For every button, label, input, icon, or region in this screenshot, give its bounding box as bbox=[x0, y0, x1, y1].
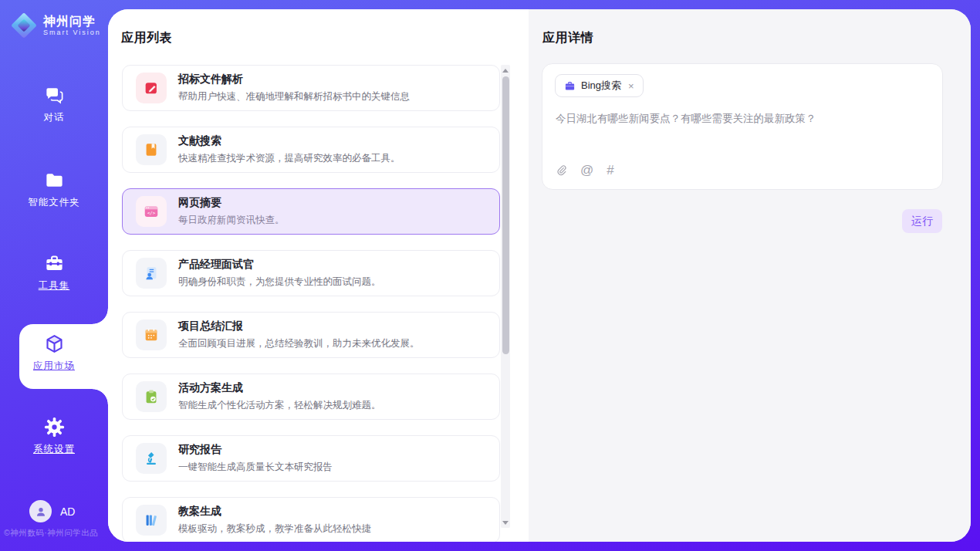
app-card-research-report[interactable]: 研究报告 一键智能生成高质量长文本研究报告 bbox=[122, 435, 500, 482]
books-icon bbox=[143, 512, 160, 529]
sidebar-item-label: 对话 bbox=[44, 111, 65, 124]
avatar[interactable] bbox=[29, 500, 52, 522]
tool-tag-bing-search[interactable]: Bing搜索 × bbox=[555, 74, 644, 97]
app-card-description: 帮助用户快速、准确地理解和解析招标书中的关键信息 bbox=[178, 90, 410, 103]
briefcase-icon bbox=[564, 80, 576, 92]
app-icon: </> bbox=[136, 196, 167, 227]
app-icon bbox=[136, 319, 167, 350]
app-card-description: 模板驱动，教案秒成，教学准备从此轻松快捷 bbox=[178, 522, 371, 536]
user-account[interactable]: AD bbox=[29, 500, 75, 522]
sidebar-item-chat[interactable]: 对话 bbox=[0, 85, 108, 124]
app-card-title: 活动方案生成 bbox=[178, 381, 381, 395]
run-button[interactable]: 运行 bbox=[902, 209, 942, 233]
app-card-project-summary[interactable]: 项目总结汇报 全面回顾项目进展，总结经验教训，助力未来优化发展。 bbox=[122, 312, 500, 358]
paperclip-icon[interactable] bbox=[556, 164, 567, 177]
sidebar-item-label: 智能文件夹 bbox=[28, 196, 80, 209]
app-list-scrollbar[interactable] bbox=[501, 65, 510, 528]
tool-tag-label: Bing搜索 bbox=[581, 79, 621, 93]
microscope-icon bbox=[143, 450, 160, 467]
toolbox-icon bbox=[44, 253, 65, 274]
app-card-description: 一键智能生成高质量长文本研究报告 bbox=[178, 461, 333, 474]
sidebar-item-label: 应用市场 bbox=[33, 360, 75, 373]
brand-name: 神州问学 bbox=[43, 15, 101, 29]
book-icon bbox=[143, 141, 160, 158]
app-card-description: 智能生成个性化活动方案，轻松解决规划难题。 bbox=[178, 399, 381, 412]
app-list: 招标文件解析 帮助用户快速、准确地理解和解析招标书中的关键信息 文献搜索 快速精… bbox=[122, 65, 500, 542]
app-card-title: 招标文件解析 bbox=[178, 73, 410, 86]
app-card-description: 快速精准查找学术资源，提高研究效率的必备工具。 bbox=[178, 152, 400, 165]
app-card-title: 项目总结汇报 bbox=[178, 319, 420, 333]
app-card-title: 网页摘要 bbox=[178, 196, 285, 210]
app-icon bbox=[136, 134, 167, 165]
clipboard-check-icon bbox=[143, 388, 160, 405]
app-icon bbox=[136, 73, 167, 103]
tag-close-icon[interactable]: × bbox=[628, 80, 634, 92]
scroll-down-icon[interactable] bbox=[501, 518, 510, 527]
svg-text:</>: </> bbox=[147, 211, 156, 215]
app-card-title: 教案生成 bbox=[178, 505, 371, 519]
sidebar: 神州问学 Smart Vision 对话 智能文件夹 bbox=[0, 0, 108, 551]
app-icon bbox=[136, 381, 167, 412]
hash-icon[interactable]: # bbox=[607, 163, 613, 178]
app-icon bbox=[136, 505, 167, 536]
app-card-literature-search[interactable]: 文献搜索 快速精准查找学术资源，提高研究效率的必备工具。 bbox=[122, 127, 500, 173]
app-card-description: 明确身份和职责，为您提供专业性的面试问题。 bbox=[178, 276, 381, 289]
app-list-panel: 应用列表 招标文件解析 帮助用户快速、准确地理解和解析招标书中的关键信息 bbox=[108, 9, 529, 542]
app-card-description: 全面回顾项目进展，总结经验教训，助力未来优化发展。 bbox=[178, 337, 420, 350]
interview-person-icon bbox=[143, 265, 160, 282]
gear-icon bbox=[44, 417, 65, 438]
app-card-title: 研究报告 bbox=[178, 443, 333, 457]
person-icon bbox=[35, 505, 47, 518]
user-initials: AD bbox=[60, 505, 75, 518]
app-card-lesson-plan[interactable]: 教案生成 模板驱动，教案秒成，教学准备从此轻松快捷 bbox=[122, 497, 500, 542]
app-icon bbox=[136, 443, 167, 474]
cube-icon bbox=[44, 333, 65, 354]
prompt-card: Bing搜索 × 今日湖北有哪些新闻要点？有哪些需要关注的最新政策？ @ # bbox=[542, 63, 943, 190]
browser-code-icon: </> bbox=[143, 203, 160, 220]
app-root: 神州问学 Smart Vision 对话 智能文件夹 bbox=[0, 0, 980, 551]
app-card-pm-interviewer[interactable]: 产品经理面试官 明确身份和职责，为您提供专业性的面试问题。 bbox=[122, 250, 500, 296]
app-card-event-plan[interactable]: 活动方案生成 智能生成个性化活动方案，轻松解决规划难题。 bbox=[122, 374, 500, 420]
app-list-title: 应用列表 bbox=[121, 30, 172, 46]
sidebar-item-smart-folder[interactable]: 智能文件夹 bbox=[0, 170, 108, 209]
scrollbar-thumb[interactable] bbox=[502, 76, 509, 354]
prompt-input[interactable]: 今日湖北有哪些新闻要点？有哪些需要关注的最新政策？ bbox=[556, 112, 926, 126]
folder-icon bbox=[44, 170, 65, 191]
sidebar-item-label: 系统设置 bbox=[33, 443, 75, 456]
app-card-title: 产品经理面试官 bbox=[178, 258, 381, 272]
copyright-text: ©神州数码·神州问学出品 bbox=[4, 528, 108, 539]
mention-icon[interactable]: @ bbox=[580, 163, 593, 178]
document-edit-icon bbox=[143, 79, 160, 96]
chat-icon bbox=[44, 85, 65, 106]
app-icon bbox=[136, 258, 167, 289]
scroll-up-icon[interactable] bbox=[501, 66, 510, 75]
app-detail-panel: 应用详情 Bing搜索 × 今日湖北有哪些新闻要点？有哪些需要关注的最新政策？ bbox=[529, 9, 971, 542]
app-card-title: 文献搜索 bbox=[178, 134, 400, 148]
app-card-bid-parsing[interactable]: 招标文件解析 帮助用户快速、准确地理解和解析招标书中的关键信息 bbox=[122, 65, 500, 111]
brand-subtitle: Smart Vision bbox=[43, 29, 101, 36]
sidebar-item-label: 工具集 bbox=[39, 279, 70, 292]
brand-logo: 神州问学 Smart Vision bbox=[11, 12, 101, 39]
sidebar-item-settings[interactable]: 系统设置 bbox=[0, 417, 108, 456]
brand-diamond-icon bbox=[11, 12, 37, 39]
app-card-description: 每日政府新闻资讯快查。 bbox=[178, 214, 285, 227]
content-container: 应用列表 招标文件解析 帮助用户快速、准确地理解和解析招标书中的关键信息 bbox=[108, 9, 971, 542]
app-card-web-summary[interactable]: </> 网页摘要 每日政府新闻资讯快查。 bbox=[122, 188, 500, 235]
prompt-toolbar: @ # bbox=[556, 163, 614, 178]
sidebar-item-toolset[interactable]: 工具集 bbox=[0, 253, 108, 292]
sidebar-item-app-market[interactable]: 应用市场 bbox=[0, 333, 108, 373]
calendar-report-icon bbox=[143, 326, 160, 343]
app-detail-title: 应用详情 bbox=[542, 30, 593, 46]
